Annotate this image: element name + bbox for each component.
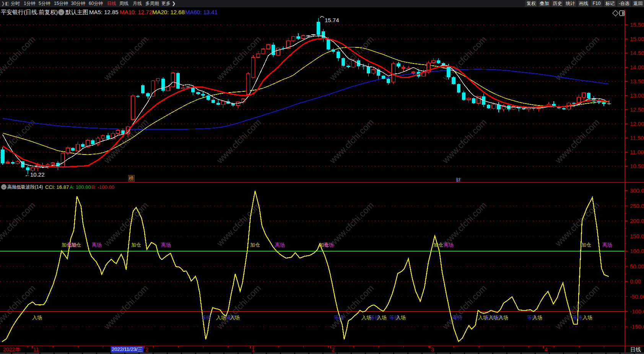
svg-text:www.cfchi.com: www.cfchi.com [215, 117, 263, 166]
svg-text:4: 4 [545, 346, 548, 352]
svg-text:离场: 离场 [92, 242, 102, 248]
svg-text:加仓: 加仓 [71, 242, 81, 248]
svg-text:2: 2 [145, 346, 148, 352]
svg-text:加仓: 加仓 [581, 242, 591, 248]
svg-text:入场: 入场 [216, 315, 226, 320]
svg-text:www.cfchi.com: www.cfchi.com [0, 283, 37, 331]
svg-text:3: 3 [431, 346, 434, 352]
svg-text:入场: 入场 [377, 315, 387, 320]
svg-text:www.cfchi.com: www.cfchi.com [215, 200, 263, 248]
svg-text:www.cfchi.com: www.cfchi.com [440, 283, 489, 331]
svg-text:12.00: 12.00 [630, 120, 644, 127]
svg-text:www.cfchi.com: www.cfchi.com [102, 34, 150, 83]
svg-text:15.74: 15.74 [325, 17, 339, 23]
svg-text:250.0: 250.0 [630, 203, 644, 209]
svg-text:11.00: 11.00 [630, 149, 644, 155]
svg-text:-150.0: -150.0 [630, 323, 644, 330]
svg-text:加仓: 加仓 [131, 242, 141, 248]
svg-text:13.00: 13.00 [630, 92, 644, 99]
svg-text:2: 2 [332, 346, 335, 352]
svg-text:15.50: 15.50 [630, 21, 644, 28]
svg-text:←10.22: ←10.22 [24, 171, 45, 178]
svg-text:www.cfchi.com: www.cfchi.com [440, 117, 489, 166]
svg-text:入场: 入场 [32, 315, 42, 320]
svg-text:入场: 入场 [532, 315, 542, 320]
svg-text:www.cfchi.com: www.cfchi.com [215, 34, 263, 83]
svg-text:等待: 等待 [572, 315, 582, 320]
svg-text:100.0: 100.0 [630, 248, 644, 254]
svg-text:离场: 离场 [275, 242, 285, 248]
svg-text:离场: 离场 [444, 242, 454, 248]
svg-text:www.cfchi.com: www.cfchi.com [215, 283, 263, 331]
svg-text:14.00: 14.00 [630, 64, 644, 70]
svg-text:2022年: 2022年 [3, 346, 20, 352]
svg-text:加仓: 加仓 [250, 242, 260, 248]
svg-text:财: 财 [456, 177, 461, 183]
svg-text:等待: 等待 [201, 315, 211, 320]
svg-text:离场: 离场 [161, 242, 171, 248]
svg-text:www.cfchi.com: www.cfchi.com [0, 34, 37, 83]
svg-text:12.50: 12.50 [630, 106, 644, 113]
svg-text:榜: 榜 [128, 175, 134, 181]
svg-text:10.50: 10.50 [630, 163, 644, 169]
svg-text:50.00: 50.00 [630, 263, 644, 270]
svg-text:200.0: 200.0 [630, 218, 644, 224]
svg-text:入场: 入场 [582, 315, 592, 320]
svg-text:www.cfchi.com: www.cfchi.com [553, 117, 602, 166]
svg-text:www.cfchi.com: www.cfchi.com [553, 34, 602, 83]
svg-text:13.50: 13.50 [630, 78, 644, 84]
svg-text:www.cfchi.com: www.cfchi.com [102, 283, 150, 331]
svg-text:www.cfchi.com: www.cfchi.com [0, 200, 37, 248]
svg-text:15.00: 15.00 [630, 36, 644, 42]
svg-text:www.cfchi.com: www.cfchi.com [440, 200, 489, 248]
svg-text:-100.0: -100.0 [630, 308, 644, 315]
svg-text:等待: 等待 [452, 315, 462, 320]
svg-text:2022/11/23/三: 2022/11/23/三 [112, 346, 143, 352]
svg-text:入场: 入场 [396, 315, 406, 320]
svg-text:入场: 入场 [498, 315, 508, 320]
svg-text:入场: 入场 [230, 315, 240, 320]
svg-text:离场: 离场 [324, 242, 333, 248]
svg-text:等待: 等待 [334, 315, 344, 320]
svg-text:-50.00: -50.00 [630, 293, 644, 300]
svg-text:300.0: 300.0 [630, 187, 644, 194]
svg-text:14.50: 14.50 [630, 50, 644, 56]
svg-text:www.cfchi.com: www.cfchi.com [327, 117, 376, 166]
svg-text:离场: 离场 [602, 242, 612, 248]
svg-text:www.cfchi.com: www.cfchi.com [327, 200, 376, 248]
svg-text:日线: 日线 [630, 346, 641, 352]
svg-text:加仓: 加仓 [433, 242, 443, 248]
svg-text:11.50: 11.50 [630, 135, 644, 141]
svg-text:0.00: 0.00 [630, 278, 641, 284]
svg-text:11: 11 [33, 346, 39, 352]
svg-text:150.0: 150.0 [630, 233, 644, 239]
